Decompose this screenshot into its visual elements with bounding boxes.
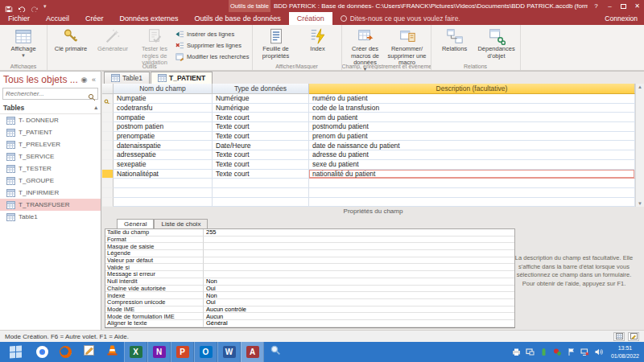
- datasheet-view-button[interactable]: [613, 332, 625, 341]
- description-cell[interactable]: code de la transfusion: [309, 104, 635, 113]
- nav-item-t-donneur[interactable]: T- DONNEUR: [0, 114, 101, 126]
- data-type-cell[interactable]: [213, 188, 309, 198]
- row-selector[interactable]: [102, 132, 114, 142]
- index-button[interactable]: Index: [297, 27, 339, 53]
- row-selector[interactable]: [102, 113, 114, 122]
- property-value[interactable]: Non: [204, 278, 514, 286]
- close-button[interactable]: ✕: [630, 0, 644, 12]
- column-header-data-type[interactable]: Type de données: [213, 84, 309, 94]
- document-tab-t-patient[interactable]: T_PATIENT: [151, 72, 213, 84]
- taskbar-word-button[interactable]: W: [217, 342, 241, 362]
- feuille-de-propriétés-button[interactable]: Feuille de propriétés: [255, 27, 297, 60]
- field-name-cell[interactable]: [114, 198, 213, 208]
- supprimer-les-lignes-button[interactable]: Supprimer les lignes: [175, 40, 250, 51]
- undo-icon[interactable]: [18, 2, 26, 10]
- row-selector[interactable]: [102, 141, 114, 150]
- field-name-cell[interactable]: prenompatie: [114, 132, 213, 142]
- taskbar-excel-button[interactable]: X: [124, 342, 147, 362]
- taskbar-vlc-button[interactable]: [101, 342, 124, 362]
- row-selector[interactable]: [102, 150, 114, 160]
- save-icon[interactable]: [5, 2, 13, 10]
- ribbon-tab-donn-es-externes[interactable]: Données externes: [112, 12, 187, 25]
- property-value[interactable]: Oui: [204, 286, 514, 293]
- description-cell[interactable]: sexe du patient: [309, 160, 635, 170]
- row-selector[interactable]: [102, 104, 114, 113]
- nav-section-tables[interactable]: Tables ▴: [0, 102, 101, 114]
- property-value[interactable]: Aucun: [204, 313, 514, 320]
- nav-item-t-tester[interactable]: T_TESTER: [0, 162, 101, 175]
- minimize-button[interactable]: –: [603, 0, 617, 12]
- volume-icon[interactable]: [594, 348, 603, 356]
- property-value[interactable]: [204, 257, 514, 265]
- affichage-button[interactable]: Affichage▼: [2, 27, 44, 59]
- nav-item-t-infirmier[interactable]: T_INFIRMIER: [0, 187, 101, 199]
- taskbar-chrome-button[interactable]: [31, 342, 54, 362]
- display-icon[interactable]: [526, 348, 535, 356]
- field-name-cell[interactable]: adressepatie: [114, 150, 213, 160]
- property-value[interactable]: [204, 237, 514, 244]
- search-icon[interactable]: [88, 90, 96, 98]
- description-cell[interactable]: adresse du patient: [309, 150, 635, 160]
- taskbar-firefox-button[interactable]: [54, 342, 77, 362]
- field-name-cell[interactable]: postnom patien: [114, 122, 213, 132]
- row-selector[interactable]: [102, 170, 114, 179]
- property-value[interactable]: 255: [204, 229, 514, 237]
- data-type-cell[interactable]: Texte court: [213, 132, 309, 142]
- design-view-button[interactable]: [628, 332, 639, 341]
- row-selector[interactable]: [102, 188, 114, 198]
- field-name-cell[interactable]: [114, 179, 213, 188]
- ribbon-tab-cr-er[interactable]: Créer: [77, 12, 112, 25]
- help-button[interactable]: ?: [589, 0, 603, 12]
- property-value[interactable]: [204, 271, 514, 278]
- property-value[interactable]: [204, 264, 514, 271]
- property-value[interactable]: Général: [204, 320, 514, 327]
- row-selector[interactable]: [102, 122, 114, 132]
- data-type-cell[interactable]: Date/Heure: [213, 141, 309, 150]
- taskbar-access-button[interactable]: A: [241, 342, 264, 362]
- tell-me-box[interactable]: Dites-nous ce que vous voulez faire.: [332, 12, 469, 25]
- description-cell[interactable]: [309, 198, 635, 208]
- row-selector[interactable]: [102, 179, 114, 188]
- ribbon-tab-accueil[interactable]: Accueil: [38, 12, 77, 25]
- antivirus-icon[interactable]: [553, 348, 562, 356]
- nav-item-t-groupe[interactable]: T_GROUPE: [0, 175, 101, 187]
- start-button[interactable]: [0, 342, 31, 362]
- taskbar-powerpoint-button[interactable]: P: [171, 342, 194, 362]
- property-value[interactable]: Oui: [204, 299, 514, 306]
- description-cell[interactable]: postnomdu patient: [309, 122, 635, 132]
- description-cell[interactable]: nationalité du patient: [309, 170, 635, 179]
- nav-item-t-prelever[interactable]: T_PRELEVER: [0, 138, 101, 150]
- data-type-cell[interactable]: Texte court: [213, 170, 309, 179]
- nav-menu-icon[interactable]: ◉: [79, 76, 89, 84]
- taskbar-outlook-button[interactable]: O: [194, 342, 217, 362]
- column-header-field-name[interactable]: Nom du champ: [114, 84, 213, 94]
- taskbar-onenote-button[interactable]: N: [147, 342, 171, 362]
- property-value[interactable]: Non: [204, 292, 514, 299]
- description-cell[interactable]: nom du patient: [309, 113, 635, 122]
- description-cell[interactable]: date de naissance du patient: [309, 141, 635, 150]
- ribbon-tab-cr-ation[interactable]: Création: [289, 12, 332, 25]
- relations-button[interactable]: Relations: [434, 27, 476, 53]
- data-type-cell[interactable]: Numérique: [213, 104, 309, 113]
- flag-icon[interactable]: [567, 348, 576, 356]
- data-type-cell[interactable]: Numérique: [213, 94, 309, 104]
- générateur-button[interactable]: Générateur: [92, 27, 134, 53]
- grid-vertical-scrollbar[interactable]: ▲ ▼: [635, 84, 644, 207]
- network-error-icon[interactable]: [580, 348, 589, 356]
- data-type-cell[interactable]: Texte court: [213, 160, 309, 170]
- row-selector[interactable]: [102, 160, 114, 170]
- data-type-cell[interactable]: [213, 179, 309, 188]
- shutter-collapse-icon[interactable]: «: [90, 76, 97, 84]
- column-header-description[interactable]: Description (facultative): [309, 84, 635, 94]
- taskbar-clock[interactable]: 13:51 01/08/2022: [608, 344, 644, 359]
- renommer-supprimer-une-macro-button[interactable]: Renommer/ supprimer une macro: [386, 27, 428, 67]
- description-cell[interactable]: [309, 188, 635, 198]
- clé-primaire-button[interactable]: Clé primaire: [50, 27, 92, 53]
- tester-les-règles-de-validation-button[interactable]: Tester les règles de validation: [134, 27, 175, 67]
- ribbon-tab-fichier[interactable]: Fichier: [0, 12, 38, 25]
- data-type-cell[interactable]: Texte court: [213, 150, 309, 160]
- row-selector[interactable]: [102, 198, 114, 208]
- property-value[interactable]: Aucun contrôle: [204, 306, 514, 314]
- field-name-cell[interactable]: [114, 188, 213, 198]
- scroll-down-icon[interactable]: ▼: [638, 201, 642, 206]
